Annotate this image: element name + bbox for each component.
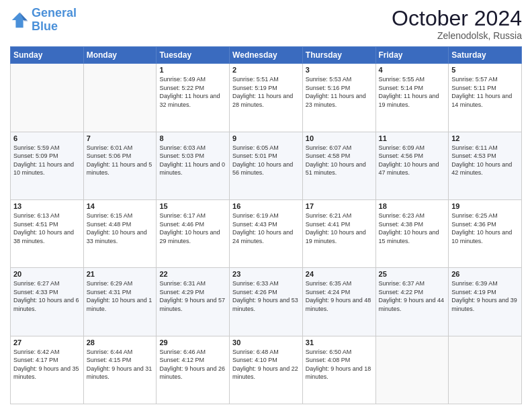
calendar-cell: 2Sunrise: 5:51 AMSunset: 5:19 PMDaylight… (230, 64, 303, 132)
calendar-cell: 25Sunrise: 6:37 AMSunset: 4:22 PMDayligh… (375, 268, 449, 336)
weekday-header-thursday: Thursday (302, 47, 375, 64)
day-info: Sunrise: 6:50 AMSunset: 4:08 PMDaylight:… (306, 348, 373, 381)
week-row-2: 6Sunrise: 5:59 AMSunset: 5:09 PMDaylight… (11, 132, 522, 199)
week-row-4: 20Sunrise: 6:27 AMSunset: 4:33 PMDayligh… (11, 268, 522, 336)
calendar-cell (11, 64, 84, 132)
day-info: Sunrise: 6:27 AMSunset: 4:33 PMDaylight:… (13, 279, 81, 313)
header: General Blue October 2024 Zelenodolsk, R… (10, 7, 522, 41)
day-info: Sunrise: 6:05 AMSunset: 5:01 PMDaylight:… (232, 144, 300, 177)
logo-icon (10, 11, 29, 30)
calendar-cell: 14Sunrise: 6:15 AMSunset: 4:48 PMDayligh… (83, 199, 157, 267)
day-info: Sunrise: 6:39 AMSunset: 4:19 PMDaylight:… (451, 279, 519, 313)
calendar-cell: 1Sunrise: 5:49 AMSunset: 5:22 PMDaylight… (157, 64, 230, 132)
day-info: Sunrise: 6:11 AMSunset: 4:53 PMDaylight:… (451, 144, 519, 177)
day-info: Sunrise: 6:17 AMSunset: 4:46 PMDaylight:… (159, 212, 226, 245)
day-info: Sunrise: 6:44 AMSunset: 4:15 PMDaylight:… (87, 348, 154, 381)
day-info: Sunrise: 5:59 AMSunset: 5:09 PMDaylight:… (13, 144, 81, 177)
calendar-table: SundayMondayTuesdayWednesdayThursdayFrid… (10, 46, 522, 404)
calendar-cell: 3Sunrise: 5:53 AMSunset: 5:16 PMDaylight… (302, 64, 375, 132)
calendar-cell: 21Sunrise: 6:29 AMSunset: 4:31 PMDayligh… (83, 268, 157, 336)
day-info: Sunrise: 6:35 AMSunset: 4:24 PMDaylight:… (306, 279, 373, 313)
day-number: 16 (232, 202, 300, 210)
day-number: 14 (87, 202, 154, 210)
day-number: 3 (306, 66, 373, 74)
day-number: 12 (451, 134, 519, 142)
week-row-5: 27Sunrise: 6:42 AMSunset: 4:17 PMDayligh… (11, 336, 522, 404)
week-row-1: 1Sunrise: 5:49 AMSunset: 5:22 PMDaylight… (11, 64, 522, 132)
day-info: Sunrise: 6:13 AMSunset: 4:51 PMDaylight:… (13, 212, 81, 245)
day-number: 22 (159, 270, 226, 278)
day-number: 28 (87, 338, 154, 347)
day-info: Sunrise: 6:37 AMSunset: 4:22 PMDaylight:… (379, 279, 446, 313)
day-info: Sunrise: 6:46 AMSunset: 4:12 PMDaylight:… (159, 348, 226, 381)
calendar-cell: 5Sunrise: 5:57 AMSunset: 5:11 PMDaylight… (449, 64, 522, 132)
day-number: 17 (306, 202, 373, 210)
calendar-cell: 31Sunrise: 6:50 AMSunset: 4:08 PMDayligh… (302, 336, 375, 404)
day-info: Sunrise: 5:49 AMSunset: 5:22 PMDaylight:… (159, 75, 226, 109)
calendar-cell: 11Sunrise: 6:09 AMSunset: 4:56 PMDayligh… (375, 132, 449, 199)
day-number: 25 (379, 270, 446, 278)
week-row-3: 13Sunrise: 6:13 AMSunset: 4:51 PMDayligh… (11, 199, 522, 267)
calendar-cell: 12Sunrise: 6:11 AMSunset: 4:53 PMDayligh… (449, 132, 522, 199)
weekday-header-monday: Monday (83, 47, 157, 64)
calendar-cell: 9Sunrise: 6:05 AMSunset: 5:01 PMDaylight… (230, 132, 303, 199)
day-info: Sunrise: 5:51 AMSunset: 5:19 PMDaylight:… (232, 75, 300, 109)
title-block: October 2024 Zelenodolsk, Russia (392, 7, 522, 41)
day-number: 4 (379, 66, 446, 74)
day-number: 6 (13, 134, 81, 142)
calendar-cell: 20Sunrise: 6:27 AMSunset: 4:33 PMDayligh… (11, 268, 84, 336)
calendar-cell: 6Sunrise: 5:59 AMSunset: 5:09 PMDaylight… (11, 132, 84, 199)
day-number: 18 (379, 202, 446, 210)
calendar-cell: 17Sunrise: 6:21 AMSunset: 4:41 PMDayligh… (302, 199, 375, 267)
day-info: Sunrise: 5:57 AMSunset: 5:11 PMDaylight:… (451, 75, 519, 109)
weekday-header-tuesday: Tuesday (157, 47, 230, 64)
calendar-cell: 18Sunrise: 6:23 AMSunset: 4:38 PMDayligh… (375, 199, 449, 267)
calendar-cell (449, 336, 522, 404)
weekday-header-sunday: Sunday (11, 47, 84, 64)
calendar-cell: 10Sunrise: 6:07 AMSunset: 4:58 PMDayligh… (302, 132, 375, 199)
day-number: 19 (451, 202, 519, 210)
day-number: 31 (306, 338, 373, 347)
page: General Blue October 2024 Zelenodolsk, R… (0, 0, 532, 411)
calendar-cell: 23Sunrise: 6:33 AMSunset: 4:26 PMDayligh… (230, 268, 303, 336)
calendar-cell: 19Sunrise: 6:25 AMSunset: 4:36 PMDayligh… (449, 199, 522, 267)
calendar-cell: 22Sunrise: 6:31 AMSunset: 4:29 PMDayligh… (157, 268, 230, 336)
day-number: 1 (159, 66, 226, 74)
day-number: 30 (232, 338, 300, 347)
location: Zelenodolsk, Russia (392, 30, 522, 41)
logo-text: General Blue (32, 7, 77, 34)
weekday-header-saturday: Saturday (449, 47, 522, 64)
day-number: 29 (159, 338, 226, 347)
day-number: 27 (13, 338, 81, 347)
day-info: Sunrise: 6:48 AMSunset: 4:10 PMDaylight:… (232, 348, 300, 381)
calendar-cell: 27Sunrise: 6:42 AMSunset: 4:17 PMDayligh… (11, 336, 84, 404)
day-number: 11 (379, 134, 446, 142)
calendar-cell: 15Sunrise: 6:17 AMSunset: 4:46 PMDayligh… (157, 199, 230, 267)
calendar-cell: 24Sunrise: 6:35 AMSunset: 4:24 PMDayligh… (302, 268, 375, 336)
weekday-header-wednesday: Wednesday (230, 47, 303, 64)
calendar-cell: 16Sunrise: 6:19 AMSunset: 4:43 PMDayligh… (230, 199, 303, 267)
day-number: 23 (232, 270, 300, 278)
day-info: Sunrise: 5:55 AMSunset: 5:14 PMDaylight:… (379, 75, 446, 109)
day-number: 20 (13, 270, 81, 278)
logo: General Blue (10, 7, 77, 34)
calendar-cell (375, 336, 449, 404)
calendar-cell: 13Sunrise: 6:13 AMSunset: 4:51 PMDayligh… (11, 199, 84, 267)
day-number: 26 (451, 270, 519, 278)
day-info: Sunrise: 6:25 AMSunset: 4:36 PMDaylight:… (451, 212, 519, 245)
day-number: 24 (306, 270, 373, 278)
day-info: Sunrise: 6:01 AMSunset: 5:06 PMDaylight:… (87, 144, 154, 177)
day-number: 9 (232, 134, 300, 142)
day-number: 13 (13, 202, 81, 210)
day-info: Sunrise: 6:23 AMSunset: 4:38 PMDaylight:… (379, 212, 446, 245)
day-info: Sunrise: 6:29 AMSunset: 4:31 PMDaylight:… (87, 279, 154, 313)
day-number: 7 (87, 134, 154, 142)
day-number: 15 (159, 202, 226, 210)
day-number: 21 (87, 270, 154, 278)
weekday-header-row: SundayMondayTuesdayWednesdayThursdayFrid… (11, 47, 522, 64)
calendar-cell: 26Sunrise: 6:39 AMSunset: 4:19 PMDayligh… (449, 268, 522, 336)
calendar-cell: 28Sunrise: 6:44 AMSunset: 4:15 PMDayligh… (83, 336, 157, 404)
calendar-cell: 7Sunrise: 6:01 AMSunset: 5:06 PMDaylight… (83, 132, 157, 199)
day-info: Sunrise: 6:33 AMSunset: 4:26 PMDaylight:… (232, 279, 300, 313)
day-info: Sunrise: 6:31 AMSunset: 4:29 PMDaylight:… (159, 279, 226, 313)
